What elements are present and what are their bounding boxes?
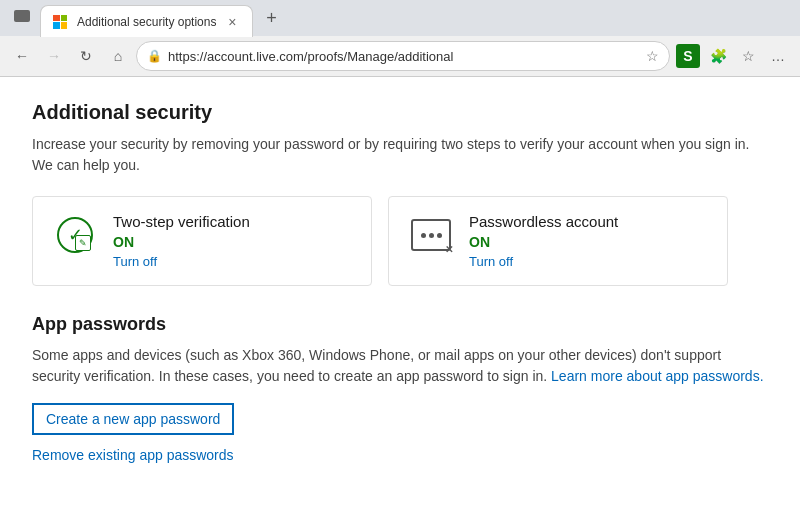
passwordless-icon-container: ✕	[409, 213, 453, 257]
two-step-card-body: Two-step verification ON Turn off	[113, 213, 250, 269]
app-passwords-title: App passwords	[32, 314, 768, 335]
lock-icon: 🔒	[147, 49, 162, 63]
pencil-icon: ✎	[75, 235, 91, 251]
passwordless-card-body: Passwordless account ON Turn off	[469, 213, 618, 269]
passwordless-icon: ✕	[411, 219, 451, 251]
security-shield-button[interactable]: S	[674, 42, 702, 70]
two-step-turn-off-link[interactable]: Turn off	[113, 254, 250, 269]
cards-row: ✓ ✎ Two-step verification ON Turn off	[32, 196, 768, 286]
app-passwords-desc: Some apps and devices (such as Xbox 360,…	[32, 345, 768, 387]
tab-close-button[interactable]: ×	[224, 14, 240, 30]
tab-label: Additional security options	[77, 15, 216, 29]
favorites-button[interactable]: ☆	[734, 42, 762, 70]
two-step-card: ✓ ✎ Two-step verification ON Turn off	[32, 196, 372, 286]
dots-icon	[421, 233, 442, 238]
ms-logo	[53, 15, 67, 29]
two-step-title: Two-step verification	[113, 213, 250, 230]
forward-button[interactable]: →	[40, 42, 68, 70]
home-button[interactable]: ⌂	[104, 42, 132, 70]
remove-app-passwords-link[interactable]: Remove existing app passwords	[32, 447, 768, 463]
page-content: Additional security Increase your securi…	[0, 77, 800, 518]
address-bar[interactable]: 🔒 https://account.live.com/proofs/Manage…	[136, 41, 670, 71]
page-description: Increase your security by removing your …	[32, 134, 768, 176]
browser-back-icon	[8, 4, 36, 32]
create-app-password-link[interactable]: Create a new app password	[32, 403, 234, 435]
refresh-button[interactable]: ↻	[72, 42, 100, 70]
browser-tab[interactable]: Additional security options ×	[40, 5, 253, 37]
learn-more-link[interactable]: Learn more about app passwords.	[551, 368, 763, 384]
browser-chrome: Additional security options × + ← → ↻ ⌂ …	[0, 0, 800, 77]
page-title: Additional security	[32, 101, 768, 124]
passwordless-status: ON	[469, 234, 618, 250]
two-step-icon: ✓ ✎	[53, 213, 97, 257]
checkmark-circle-icon: ✓ ✎	[57, 217, 93, 253]
passwordless-title: Passwordless account	[469, 213, 618, 230]
new-tab-button[interactable]: +	[257, 4, 285, 32]
svg-rect-0	[14, 10, 30, 22]
x-mark-icon: ✕	[445, 244, 453, 255]
url-text: https://account.live.com/proofs/Manage/a…	[168, 49, 640, 64]
s-icon: S	[676, 44, 700, 68]
passwordless-card: ✕ Passwordless account ON Turn off	[388, 196, 728, 286]
back-button[interactable]: ←	[8, 42, 36, 70]
tab-favicon	[53, 14, 69, 30]
two-step-status: ON	[113, 234, 250, 250]
extensions-button[interactable]: 🧩	[704, 42, 732, 70]
menu-icon: …	[771, 48, 785, 64]
toolbar-icons: S 🧩 ☆ …	[674, 42, 792, 70]
address-bar-row: ← → ↻ ⌂ 🔒 https://account.live.com/proof…	[0, 36, 800, 76]
tab-bar: Additional security options × +	[0, 0, 800, 36]
favorites-icon: ☆	[742, 48, 755, 64]
menu-button[interactable]: …	[764, 42, 792, 70]
star-icon: ☆	[646, 48, 659, 64]
passwordless-turn-off-link[interactable]: Turn off	[469, 254, 618, 269]
extensions-icon: 🧩	[710, 48, 727, 64]
